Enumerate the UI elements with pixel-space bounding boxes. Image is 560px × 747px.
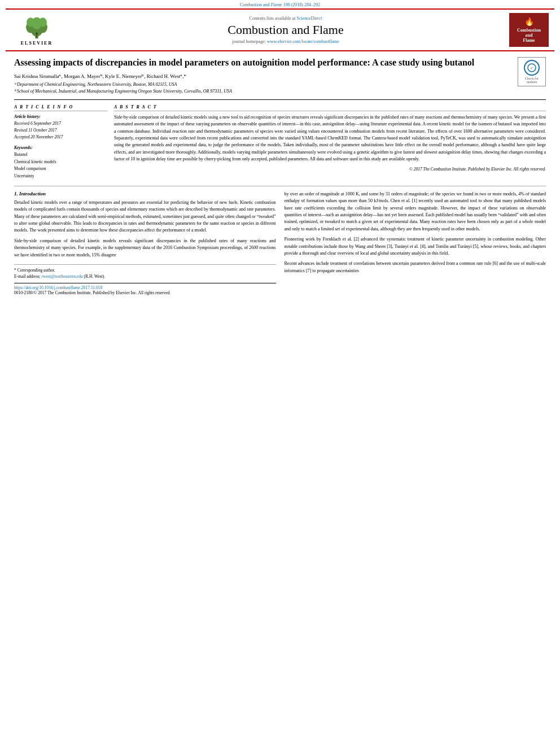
paper-title: Assessing impacts of discrepancies in mo… xyxy=(14,57,512,69)
footnote-area: * Corresponding author. E-mail address: … xyxy=(14,264,276,280)
sciencedirect-link[interactable]: ScienceDirect xyxy=(297,16,322,21)
abstract-column: A B S T R A C T Side-by-side comparison … xyxy=(114,104,546,180)
homepage-link[interactable]: www.elsevier.com/locate/combustflame xyxy=(267,39,339,44)
affiliation-b: ᵇ School of Mechanical, Industrial, and … xyxy=(14,88,512,95)
doi-bar-text: Combustion and Flame 190 (2018) 284–292 xyxy=(240,2,320,7)
email-line: E-mail address: rwest@northeastern.edu (… xyxy=(14,273,276,279)
email-suffix: (R.H. West). xyxy=(84,274,106,279)
history-title: Article history: xyxy=(14,114,107,119)
section-divider xyxy=(14,186,546,186)
elsevier-wordmark: ELSEVIER xyxy=(21,41,53,46)
right-para1: by over an order of magnitude at 1000 K,… xyxy=(285,191,546,233)
right-para2: Pioneering work by Frenklach et al. [2] … xyxy=(285,236,546,257)
svg-text:✓: ✓ xyxy=(530,66,533,71)
svg-point-6 xyxy=(39,18,47,27)
keyword-3: Model comparison xyxy=(14,165,107,173)
journal-badge: 🔥 Combustion and Flame xyxy=(509,13,549,47)
affiliation-a: ᵃ Department of Chemical Engineering, No… xyxy=(14,81,512,88)
email-address[interactable]: rwest@northeastern.edu xyxy=(42,274,83,279)
doi-bar: Combustion and Flame 190 (2018) 284–292 xyxy=(0,0,560,8)
homepage-line: journal homepage: www.elsevier.com/locat… xyxy=(62,39,509,44)
article-info-title: A R T I C L E I N F O xyxy=(14,104,107,111)
journal-title-center: Contents lists available at ScienceDirec… xyxy=(62,16,509,44)
keywords-title: Keywords: xyxy=(14,145,107,150)
email-label: E-mail address: xyxy=(14,274,41,279)
issn-line: 0010-2180/© 2017 The Combustion Institut… xyxy=(14,290,276,295)
flame-icon: 🔥 xyxy=(524,17,534,27)
keyword-1: Butanol xyxy=(14,151,107,159)
badge-line1: Combustion xyxy=(517,28,541,33)
badge-line2: and xyxy=(526,33,533,38)
copyright-line: © 2017 The Combustion Institute. Publish… xyxy=(114,167,546,172)
intro-para1: Detailed kinetic models over a range of … xyxy=(14,199,276,234)
footer-bar: https://doi.org/10.1016/j.combustflame.2… xyxy=(14,283,276,295)
accepted-date: Accepted 20 November 2017 xyxy=(14,134,107,141)
svg-point-7 xyxy=(36,32,38,34)
col-right: by over an order of magnitude at 1000 K,… xyxy=(285,191,546,296)
check-updates-icon: ✓ xyxy=(524,60,540,76)
svg-point-5 xyxy=(27,18,34,27)
intro-para2: Side-by-side comparison of detailed kine… xyxy=(14,238,276,259)
page: Combustion and Flame 190 (2018) 284–292 xyxy=(0,0,560,747)
elsevier-logo: ELSEVIER xyxy=(11,14,62,46)
sciencedirect-line: Contents lists available at ScienceDirec… xyxy=(62,16,509,21)
journal-name: Combustion and Flame xyxy=(62,23,509,37)
revised-date: Revised 11 October 2017 xyxy=(14,127,107,134)
keywords-section: Keywords: Butanol Chemical kinetic model… xyxy=(14,145,107,180)
affiliations: ᵃ Department of Chemical Engineering, No… xyxy=(14,81,512,95)
abstract-text: Side-by-side comparison of detailed kine… xyxy=(114,114,546,163)
article-info-column: A R T I C L E I N F O Article history: R… xyxy=(14,104,107,180)
keyword-2: Chemical kinetic models xyxy=(14,159,107,166)
abstract-title: A B S T R A C T xyxy=(114,104,546,111)
received-date: Received 6 September 2017 xyxy=(14,120,107,127)
paper-title-text: Assessing impacts of discrepancies in mo… xyxy=(14,57,512,95)
journal-header: ELSEVIER Contents lists available at Sci… xyxy=(6,8,554,51)
author-list: Sai Krishna Sirumallaᵃ, Morgan A. Mayerᵇ… xyxy=(14,73,186,79)
article-history: Article history: Received 6 September 20… xyxy=(14,114,107,141)
check-updates-label: Check for updates xyxy=(520,77,543,84)
col-left: 1. Introduction Detailed kinetic models … xyxy=(14,191,276,296)
two-col-layout: 1. Introduction Detailed kinetic models … xyxy=(14,191,546,296)
intro-title: 1. Introduction xyxy=(14,191,276,196)
paper-title-section: Assessing impacts of discrepancies in mo… xyxy=(14,57,546,100)
check-updates-badge: ✓ Check for updates xyxy=(518,57,546,86)
badge-line3: Flame xyxy=(523,38,535,43)
keyword-4: Uncertainty xyxy=(14,173,107,180)
corresponding-author: * Corresponding author. xyxy=(14,267,276,273)
right-para3: Recent advances include treatment of cor… xyxy=(285,260,546,274)
main-content: Assessing impacts of discrepancies in mo… xyxy=(6,51,554,301)
authors: Sai Krishna Sirumallaᵃ, Morgan A. Mayerᵇ… xyxy=(14,73,512,79)
doi-footer[interactable]: https://doi.org/10.1016/j.combustflame.2… xyxy=(14,285,276,290)
article-body: A R T I C L E I N F O Article history: R… xyxy=(14,104,546,180)
